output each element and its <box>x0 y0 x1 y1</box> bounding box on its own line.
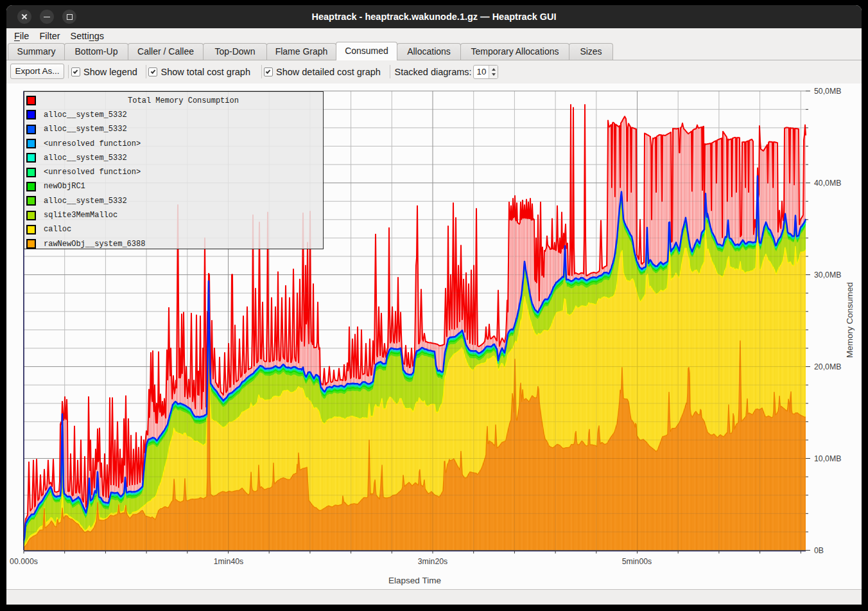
svg-text:0B: 0B <box>814 546 824 555</box>
svg-text:00.000s: 00.000s <box>10 557 38 566</box>
svg-text:Elapsed Time: Elapsed Time <box>388 576 441 585</box>
svg-text:10,0MB: 10,0MB <box>814 454 841 463</box>
svg-text:1min40s: 1min40s <box>214 557 243 566</box>
svg-text:20,0MB: 20,0MB <box>814 362 841 371</box>
svg-text:30,0MB: 30,0MB <box>814 270 841 279</box>
svg-text:Memory Consumed: Memory Consumed <box>845 282 855 358</box>
svg-text:40,0MB: 40,0MB <box>814 179 841 188</box>
svg-text:3min20s: 3min20s <box>418 557 447 566</box>
svg-text:50,0MB: 50,0MB <box>814 87 841 96</box>
svg-text:5min00s: 5min00s <box>622 557 652 566</box>
